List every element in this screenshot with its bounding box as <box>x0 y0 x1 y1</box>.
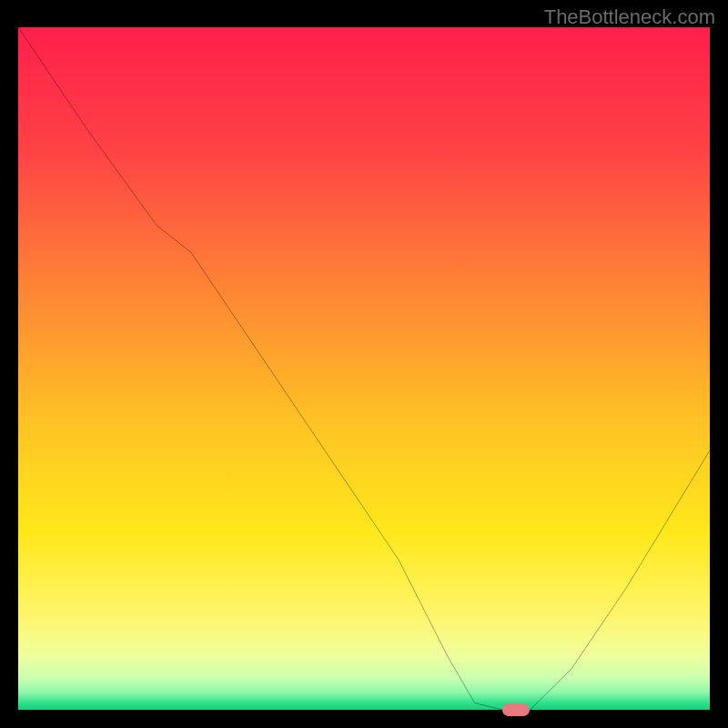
plot-area <box>18 27 710 710</box>
watermark-text: TheBottleneck.com <box>544 5 715 29</box>
optimal-marker <box>502 703 530 716</box>
bottleneck-curve <box>18 27 710 710</box>
